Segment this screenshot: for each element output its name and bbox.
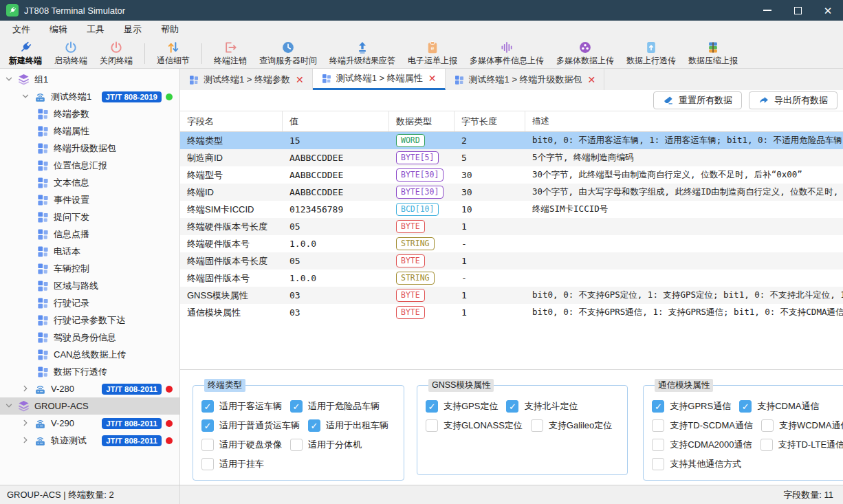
reset-all-data-button[interactable]: 重置所有数据 [653,91,742,109]
tree-item-feature[interactable]: 数据下行透传 [0,363,179,380]
tab-close-icon[interactable]: ✕ [296,74,304,85]
tree-item-feature[interactable]: 车辆控制 [0,260,179,277]
menu-item[interactable]: 编辑 [40,21,77,38]
data-compress-report-button[interactable]: 数据压缩上报 [682,39,744,67]
tree-item-terminal[interactable]: 测试终端1JT/T 808-2019 [0,88,179,105]
tab-close-icon[interactable]: ✕ [428,73,437,84]
checkbox-item[interactable]: ✓支持GPS定位 [426,400,498,413]
tree-item-feature[interactable]: 位置信息汇报 [0,157,179,174]
checkbox-item[interactable]: 支持CDMA2000通信 [652,439,752,451]
tab[interactable]: 测试终端1 > 终端参数✕ [180,69,313,90]
chevron-right-icon[interactable] [21,435,32,446]
data-uplink-passthrough-button[interactable]: 数据上行透传 [620,39,682,67]
tree-item-terminal[interactable]: V-280JT/T 808-2011 [0,380,179,397]
checkbox-unchecked-icon[interactable] [652,439,664,451]
table-row[interactable]: 制造商IDAABBCCDDEEBYTE[5]55个字节, 终端制造商编码 [180,149,843,166]
checkbox-item[interactable]: 支持Galileo定位 [531,419,612,432]
checkbox-checked-icon[interactable]: ✓ [426,400,438,413]
tree-item-group[interactable]: GROUP-ACS [0,397,179,415]
terminal-logout-button[interactable]: 终端注销 [208,39,253,67]
checkbox-item[interactable]: 支持其他通信方式 [652,458,741,470]
checkbox-item[interactable]: 支持WCDMA通信 [761,419,843,432]
tree-item-feature[interactable]: 终端参数 [0,105,179,122]
tree-item-feature[interactable]: 提问下发 [0,208,179,226]
table-row[interactable]: 终端固件版本号1.0.0STRING- [180,270,843,287]
checkbox-item[interactable]: 支持GLONASS定位 [426,419,523,432]
checkbox-item[interactable]: ✓适用于普通货运车辆 [201,419,300,432]
multimedia-event-upload-button[interactable]: 多媒体事件信息上传 [463,39,550,67]
checkbox-checked-icon[interactable]: ✓ [506,400,518,413]
checkbox-item[interactable]: 适用于分体机 [290,439,362,451]
table-row[interactable]: 终端型号AABBCCDDEEBYTE[30]3030个字节, 此终端型号由制造商… [180,166,843,184]
start-terminal-button[interactable]: 启动终端 [48,39,94,67]
eway-bill-report-button[interactable]: e电子运单上报 [402,39,463,67]
checkbox-unchecked-icon[interactable] [426,419,438,432]
chevron-down-icon[interactable] [4,74,15,85]
table-row[interactable]: 终端类型15WORD2bit0, 0: 不适用客运车辆, 1: 适用客运车辆; … [180,132,843,149]
checkbox-item[interactable]: ✓适用于客运车辆 [201,400,282,413]
tree-item-group[interactable]: 组1 [0,71,179,88]
checkbox-checked-icon[interactable]: ✓ [290,400,303,413]
export-all-data-button[interactable]: 导出所有数据 [749,91,837,109]
checkbox-checked-icon[interactable]: ✓ [308,419,320,432]
checkbox-checked-icon[interactable]: ✓ [652,400,664,413]
tree-item-feature[interactable]: 文本信息 [0,174,179,191]
checkbox-checked-icon[interactable]: ✓ [201,419,214,432]
checkbox-unchecked-icon[interactable] [201,458,214,470]
table-row[interactable]: 终端SIM卡ICCID0123456789BCD[10]10终端SIM卡ICCI… [180,201,843,218]
tree-item-feature[interactable]: CAN总线数据上传 [0,346,179,363]
checkbox-item[interactable]: 支持TD-SCDMA通信 [652,419,753,432]
tree-item-feature[interactable]: 终端属性 [0,122,179,140]
maximize-button[interactable] [782,0,813,21]
checkbox-item[interactable]: 支持TD-LTE通信 [760,439,843,451]
checkbox-item[interactable]: 适用于挂车 [201,458,264,470]
tree-item-feature[interactable]: 电话本 [0,243,179,260]
checkbox-item[interactable]: ✓支持北斗定位 [506,400,578,413]
menu-item[interactable]: 显示 [114,21,151,38]
tree-item-feature[interactable]: 信息点播 [0,226,179,243]
menu-item[interactable]: 工具 [77,21,114,38]
tree-item-feature[interactable]: 区域与路线 [0,277,179,294]
comm-detail-button[interactable]: 通信细节 [151,39,196,67]
checkbox-item[interactable]: 适用于硬盘录像 [201,439,282,451]
table-row[interactable]: 终端固件版本号长度05BYTE1 [180,252,843,270]
close-button[interactable]: ✕ [813,0,843,21]
stop-terminal-button[interactable]: 关闭终端 [94,39,139,67]
tree-item-feature[interactable]: 终端升级数据包 [0,140,179,157]
tab[interactable]: 测试终端1 > 终端属性✕ [313,69,446,90]
tab[interactable]: 测试终端1 > 终端升级数据包✕ [446,69,605,90]
checkbox-unchecked-icon[interactable] [201,439,214,451]
checkbox-unchecked-icon[interactable] [531,419,543,432]
new-terminal-button[interactable]: 新建终端 [3,39,48,67]
tree-item-feature[interactable]: 驾驶员身份信息 [0,329,179,346]
chevron-down-icon[interactable] [4,401,15,412]
chevron-right-icon[interactable] [21,418,32,429]
checkbox-item[interactable]: ✓适用于危险品车辆 [290,400,380,413]
checkbox-checked-icon[interactable]: ✓ [201,400,214,413]
checkbox-checked-icon[interactable]: ✓ [739,400,752,413]
tree-item-feature[interactable]: 行驶记录 [0,294,179,311]
tree-item-feature[interactable]: 事件设置 [0,191,179,208]
checkbox-unchecked-icon[interactable] [760,439,773,451]
checkbox-item[interactable]: ✓支持CDMA通信 [739,400,819,413]
table-row[interactable]: 终端硬件版本号1.0.0STRING- [180,235,843,252]
tree-item-terminal[interactable]: 轨迹测试JT/T 808-2011 [0,432,179,449]
checkbox-unchecked-icon[interactable] [652,419,664,432]
checkbox-unchecked-icon[interactable] [652,458,664,470]
checkbox-unchecked-icon[interactable] [761,419,774,432]
checkbox-item[interactable]: ✓支持GPRS通信 [652,400,731,413]
menu-item[interactable]: 帮助 [151,21,188,38]
chevron-down-icon[interactable] [21,91,32,102]
checkbox-item[interactable]: ✓适用于出租车辆 [308,419,388,432]
table-row[interactable]: 终端IDAABBCCDDEEBYTE[30]3030个字节, 由大写字母和数字组… [180,184,843,201]
multimedia-data-upload-button[interactable]: 多媒体数据上传 [550,39,620,67]
query-server-time-button[interactable]: 查询服务器时间 [253,39,323,67]
checkbox-unchecked-icon[interactable] [290,439,303,451]
chevron-right-icon[interactable] [21,384,32,395]
menu-item[interactable]: 文件 [3,21,40,38]
tree-item-terminal[interactable]: V-290JT/T 808-2011 [0,415,179,432]
minimize-button[interactable] [752,0,782,21]
tree-item-feature[interactable]: 行驶记录参数下达 [0,311,179,329]
table-row[interactable]: GNSS模块属性03BYTE1bit0, 0: 不支持GPS定位, 1: 支持G… [180,287,843,304]
tab-close-icon[interactable]: ✕ [588,74,596,85]
